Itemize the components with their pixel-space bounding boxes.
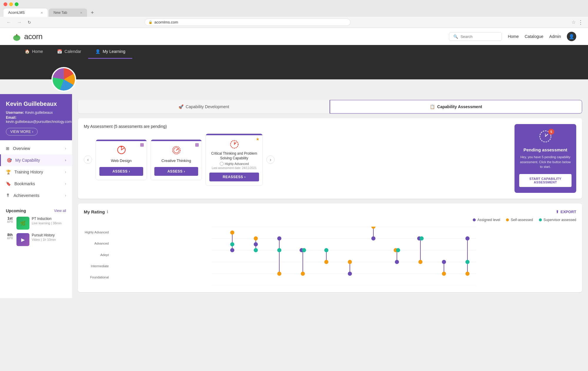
svg-point-40: [324, 260, 328, 264]
tabs-row: 🚀 Capability Development 📋 Capability As…: [78, 100, 582, 113]
sidebar-item-achievements[interactable]: 🎖 Achievements ›: [0, 190, 72, 201]
view-more-btn[interactable]: VIEW MORE ›: [6, 128, 38, 136]
reload-btn[interactable]: ↻: [26, 19, 33, 25]
svg-point-33: [277, 272, 281, 276]
user-avatar[interactable]: 👤: [567, 32, 576, 41]
nav-calendar-label: Calendar: [64, 49, 81, 54]
svg-point-43: [348, 272, 352, 276]
new-tab-btn[interactable]: +: [88, 9, 96, 17]
bookmark-btn[interactable]: ☆: [572, 19, 576, 25]
browser-tab-acorn[interactable]: AcornLMS ✕: [4, 9, 48, 17]
bookmarks-icon: 🔖: [6, 181, 11, 186]
sidebar-item-capability[interactable]: 🎯 My Capability ›: [0, 154, 72, 166]
card-icon-2: [154, 145, 198, 156]
view-all-btn[interactable]: View all: [54, 209, 66, 213]
upcoming-item-1: 1st APR 🌿 PT Induction Live learning | 3…: [6, 217, 66, 230]
svg-point-12: [220, 162, 223, 166]
pending-assessment-card: 5 Pending assessment Hey, you have 5 pen…: [514, 124, 576, 193]
home-icon: 🏠: [25, 49, 30, 54]
export-label: EXPORT: [561, 210, 576, 214]
sidebar-item-training[interactable]: 🏆 Training History ›: [0, 166, 72, 178]
more-options-btn[interactable]: ⋮: [578, 19, 583, 26]
y-label-3: Adept: [84, 249, 109, 260]
legend-supervisor-label: Supervisor assessed: [544, 218, 576, 222]
assess-btn-2[interactable]: ASSESS ›: [154, 167, 198, 176]
assessment-card-webdesign[interactable]: Web Design ASSESS ›: [96, 139, 147, 180]
rating-chart: Highly Advanced Advanced Adept Intermedi…: [84, 227, 576, 286]
assessment-card-creative[interactable]: Creative Thinking ASSESS ›: [151, 139, 202, 180]
y-label-1: Foundational: [84, 272, 109, 283]
url-bar[interactable]: 🔒 acornlms.com: [145, 19, 350, 26]
rating-svg-chart: [112, 227, 576, 285]
tab-newtab-close[interactable]: ✕: [80, 11, 82, 14]
search-box[interactable]: 🔍: [449, 32, 502, 41]
profile-email-row: Email: kevin.guillebeaux@pursuittechnolo…: [6, 116, 66, 124]
search-input[interactable]: [460, 34, 496, 39]
person-icon: 👤: [95, 49, 100, 54]
svg-point-60: [465, 260, 470, 264]
nav-item-calendar[interactable]: 📅 Calendar: [50, 45, 88, 59]
nav-catalogue[interactable]: Catalogue: [524, 34, 543, 39]
reassess-btn-3[interactable]: REASSESS ›: [209, 173, 259, 181]
rating-header: My Rating ℹ ⬆ EXPORT: [84, 209, 576, 214]
maximize-btn[interactable]: [15, 2, 19, 6]
bookmarks-label: Bookmarks: [14, 181, 35, 186]
carousel-next-btn[interactable]: ›: [266, 156, 275, 164]
svg-rect-1: [16, 34, 17, 36]
header-right: 🔍 Home Catalogue Admin 👤: [449, 32, 576, 41]
card-level-3: Highly Advanced: [225, 162, 249, 166]
profile-avatar: [51, 67, 76, 92]
legend-assigned-label: Assigned level: [477, 218, 500, 222]
nav-item-home[interactable]: 🏠 Home: [18, 45, 50, 59]
browser-tab-newtab[interactable]: New Tab ✕: [49, 9, 87, 17]
svg-point-29: [254, 248, 258, 252]
card-name-3: Critical Thinking and Problem Solving Ca…: [209, 151, 259, 161]
svg-point-39: [324, 248, 328, 252]
achievements-label: Achievements: [14, 193, 39, 198]
info-icon[interactable]: ℹ: [107, 209, 108, 214]
back-btn[interactable]: ←: [5, 19, 13, 26]
minimize-btn[interactable]: [9, 2, 13, 6]
svg-point-42: [348, 260, 352, 264]
y-label-2: Intermediate: [84, 260, 109, 272]
assess-btn-1[interactable]: ASSESS ›: [99, 167, 143, 176]
chevron-right-icon: ›: [32, 130, 33, 134]
overview-icon: ⊞: [6, 146, 9, 151]
sidebar-item-bookmarks[interactable]: 🔖 Bookmarks ›: [0, 178, 72, 190]
forward-btn[interactable]: →: [15, 19, 24, 26]
y-label-5: Highly Advanced: [84, 227, 109, 238]
svg-point-50: [395, 260, 399, 264]
hero-banner: [0, 59, 588, 79]
tab-capability-assessment[interactable]: 📋 Capability Assessment: [330, 100, 582, 113]
export-btn[interactable]: ⬆ EXPORT: [556, 210, 576, 214]
nav-item-mylearning[interactable]: 👤 My Learning: [88, 45, 132, 59]
assess-arrow-2: ›: [184, 169, 185, 173]
assessment-left: My Assessment (5 assessments are pending…: [84, 124, 510, 193]
achievements-icon: 🎖: [6, 193, 10, 198]
training-icon: 🏆: [6, 170, 11, 174]
svg-point-36: [302, 248, 306, 252]
nav-home[interactable]: Home: [508, 34, 519, 39]
chevron-training: ›: [65, 170, 66, 174]
overview-label: Overview: [13, 146, 30, 151]
pending-desc: Hey, you have 5 pending capability asses…: [519, 155, 572, 169]
start-capability-btn[interactable]: START CAPABILITY ASSESSMENT: [519, 174, 572, 187]
tab-acorn-close[interactable]: ✕: [41, 11, 43, 14]
tab-capability-development[interactable]: 🚀 Capability Development: [78, 100, 330, 113]
assessment-card-critical[interactable]: ★ Critical Thinking and Problem Solving …: [206, 133, 263, 186]
item1-detail: Live learning | 38min: [32, 221, 61, 225]
svg-point-31: [277, 236, 281, 240]
item1-date-month: APR: [6, 220, 14, 223]
browser-titlebar: AcornLMS ✕ New Tab ✕ +: [0, 0, 588, 17]
item1-name: PT Induction: [32, 217, 61, 221]
search-icon: 🔍: [453, 34, 458, 39]
legend-assigned: Assigned level: [473, 218, 500, 222]
app-header: acorn 🔍 Home Catalogue Admin 👤: [0, 28, 588, 45]
chevron-bookmarks: ›: [65, 182, 66, 186]
view-more-label: VIEW MORE: [10, 130, 31, 134]
svg-point-61: [465, 272, 470, 276]
sidebar-item-overview[interactable]: ⊞ Overview ›: [0, 143, 72, 154]
close-btn[interactable]: [4, 2, 7, 6]
nav-admin[interactable]: Admin: [549, 34, 561, 39]
carousel-prev-btn[interactable]: ‹: [84, 156, 92, 164]
